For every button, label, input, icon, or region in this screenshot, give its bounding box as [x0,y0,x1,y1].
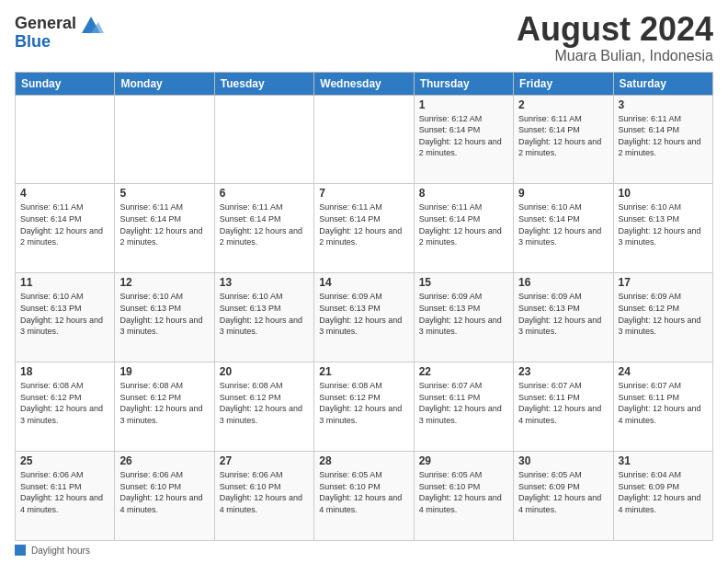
footer: Daylight hours [15,545,713,556]
day-number: 8 [419,187,508,200]
day-info: Sunrise: 6:11 AM Sunset: 6:14 PM Dayligh… [419,201,508,247]
calendar-cell: 21Sunrise: 6:08 AM Sunset: 6:12 PM Dayli… [314,362,414,452]
day-number: 31 [619,454,708,467]
calendar-cell: 24Sunrise: 6:07 AM Sunset: 6:11 PM Dayli… [613,362,712,452]
col-wednesday: Wednesday [314,72,414,95]
calendar-cell: 13Sunrise: 6:10 AM Sunset: 6:13 PM Dayli… [214,273,313,362]
day-info: Sunrise: 6:11 AM Sunset: 6:14 PM Dayligh… [119,201,209,247]
logo-icon [78,13,104,39]
calendar-week-1: 1Sunrise: 6:12 AM Sunset: 6:14 PM Daylig… [16,95,713,184]
calendar-cell: 19Sunrise: 6:08 AM Sunset: 6:12 PM Dayli… [115,362,214,452]
calendar-cell: 28Sunrise: 6:05 AM Sunset: 6:10 PM Dayli… [314,452,414,541]
calendar-cell [314,95,414,184]
day-info: Sunrise: 6:06 AM Sunset: 6:11 PM Dayligh… [20,469,109,515]
calendar-cell: 3Sunrise: 6:11 AM Sunset: 6:14 PM Daylig… [613,95,712,184]
day-info: Sunrise: 6:09 AM Sunset: 6:13 PM Dayligh… [419,291,508,337]
title-block: August 2024 Muara Bulian, Indonesia [517,11,713,64]
logo-blue: Blue [15,33,76,52]
day-number: 5 [119,187,209,200]
day-info: Sunrise: 6:10 AM Sunset: 6:13 PM Dayligh… [619,201,708,247]
calendar-week-5: 25Sunrise: 6:06 AM Sunset: 6:11 PM Dayli… [16,452,713,541]
logo-text: General Blue [15,15,76,52]
day-info: Sunrise: 6:08 AM Sunset: 6:12 PM Dayligh… [119,380,209,426]
calendar-cell: 29Sunrise: 6:05 AM Sunset: 6:10 PM Dayli… [414,452,513,541]
calendar-subtitle: Muara Bulian, Indonesia [517,48,713,64]
calendar-cell: 25Sunrise: 6:06 AM Sunset: 6:11 PM Dayli… [16,452,115,541]
calendar-week-3: 11Sunrise: 6:10 AM Sunset: 6:13 PM Dayli… [16,273,713,362]
calendar-cell: 27Sunrise: 6:06 AM Sunset: 6:10 PM Dayli… [214,452,313,541]
day-number: 9 [518,187,608,200]
day-number: 17 [619,276,708,289]
day-number: 16 [518,276,608,289]
calendar-cell: 5Sunrise: 6:11 AM Sunset: 6:14 PM Daylig… [115,184,214,273]
calendar-cell: 15Sunrise: 6:09 AM Sunset: 6:13 PM Dayli… [414,273,513,362]
calendar-cell: 22Sunrise: 6:07 AM Sunset: 6:11 PM Dayli… [414,362,513,452]
calendar-title: August 2024 [517,11,713,48]
day-info: Sunrise: 6:04 AM Sunset: 6:09 PM Dayligh… [619,469,708,515]
day-number: 29 [419,454,508,467]
day-number: 10 [619,187,708,200]
day-info: Sunrise: 6:10 AM Sunset: 6:13 PM Dayligh… [20,291,109,337]
day-info: Sunrise: 6:06 AM Sunset: 6:10 PM Dayligh… [220,469,309,515]
calendar-cell: 6Sunrise: 6:11 AM Sunset: 6:14 PM Daylig… [214,184,313,273]
day-info: Sunrise: 6:05 AM Sunset: 6:10 PM Dayligh… [419,469,508,515]
col-saturday: Saturday [613,72,712,95]
calendar-cell [16,95,115,184]
day-number: 25 [20,454,109,467]
day-info: Sunrise: 6:07 AM Sunset: 6:11 PM Dayligh… [419,380,508,426]
calendar-cell: 17Sunrise: 6:09 AM Sunset: 6:12 PM Dayli… [613,273,712,362]
day-info: Sunrise: 6:08 AM Sunset: 6:12 PM Dayligh… [319,380,408,426]
calendar-cell: 1Sunrise: 6:12 AM Sunset: 6:14 PM Daylig… [414,95,513,184]
day-number: 11 [20,276,109,289]
day-number: 21 [319,365,408,378]
calendar-week-4: 18Sunrise: 6:08 AM Sunset: 6:12 PM Dayli… [16,362,713,452]
day-info: Sunrise: 6:11 AM Sunset: 6:14 PM Dayligh… [20,201,109,247]
calendar-cell: 2Sunrise: 6:11 AM Sunset: 6:14 PM Daylig… [514,95,613,184]
calendar-cell [115,95,214,184]
day-info: Sunrise: 6:10 AM Sunset: 6:13 PM Dayligh… [220,291,309,337]
day-number: 23 [518,365,608,378]
day-number: 3 [619,98,708,111]
calendar-header-row: Sunday Monday Tuesday Wednesday Thursday… [16,72,713,95]
col-sunday: Sunday [16,72,115,95]
calendar-cell: 16Sunrise: 6:09 AM Sunset: 6:13 PM Dayli… [514,273,613,362]
day-number: 12 [119,276,209,289]
day-number: 15 [419,276,508,289]
day-number: 6 [220,187,309,200]
calendar-cell: 30Sunrise: 6:05 AM Sunset: 6:09 PM Dayli… [514,452,613,541]
day-number: 4 [20,187,109,200]
day-number: 14 [319,276,408,289]
calendar-cell: 4Sunrise: 6:11 AM Sunset: 6:14 PM Daylig… [16,184,115,273]
page: General Blue August 2024 Muara Bulian, I… [0,0,728,563]
col-friday: Friday [514,72,613,95]
day-number: 24 [619,365,708,378]
day-info: Sunrise: 6:05 AM Sunset: 6:09 PM Dayligh… [518,469,608,515]
calendar-week-2: 4Sunrise: 6:11 AM Sunset: 6:14 PM Daylig… [16,184,713,273]
day-info: Sunrise: 6:06 AM Sunset: 6:10 PM Dayligh… [119,469,209,515]
calendar-cell: 7Sunrise: 6:11 AM Sunset: 6:14 PM Daylig… [314,184,414,273]
logo: General Blue [15,15,104,52]
calendar-cell: 11Sunrise: 6:10 AM Sunset: 6:13 PM Dayli… [16,273,115,362]
calendar-cell: 14Sunrise: 6:09 AM Sunset: 6:13 PM Dayli… [314,273,414,362]
day-info: Sunrise: 6:11 AM Sunset: 6:14 PM Dayligh… [518,113,608,159]
day-number: 13 [220,276,309,289]
day-info: Sunrise: 6:07 AM Sunset: 6:11 PM Dayligh… [619,380,708,426]
calendar-table: Sunday Monday Tuesday Wednesday Thursday… [15,72,713,541]
col-thursday: Thursday [414,72,513,95]
day-number: 28 [319,454,408,467]
calendar-cell: 12Sunrise: 6:10 AM Sunset: 6:13 PM Dayli… [115,273,214,362]
day-number: 19 [119,365,209,378]
day-info: Sunrise: 6:11 AM Sunset: 6:14 PM Dayligh… [319,201,408,247]
day-info: Sunrise: 6:08 AM Sunset: 6:12 PM Dayligh… [220,380,309,426]
day-info: Sunrise: 6:08 AM Sunset: 6:12 PM Dayligh… [20,380,109,426]
day-info: Sunrise: 6:11 AM Sunset: 6:14 PM Dayligh… [619,113,708,159]
day-number: 26 [119,454,209,467]
calendar-cell: 20Sunrise: 6:08 AM Sunset: 6:12 PM Dayli… [214,362,313,452]
day-info: Sunrise: 6:10 AM Sunset: 6:13 PM Dayligh… [119,291,209,337]
calendar-cell: 26Sunrise: 6:06 AM Sunset: 6:10 PM Dayli… [115,452,214,541]
day-info: Sunrise: 6:09 AM Sunset: 6:13 PM Dayligh… [319,291,408,337]
day-info: Sunrise: 6:12 AM Sunset: 6:14 PM Dayligh… [419,113,508,159]
col-tuesday: Tuesday [214,72,313,95]
calendar-cell: 10Sunrise: 6:10 AM Sunset: 6:13 PM Dayli… [613,184,712,273]
calendar-cell [214,95,313,184]
